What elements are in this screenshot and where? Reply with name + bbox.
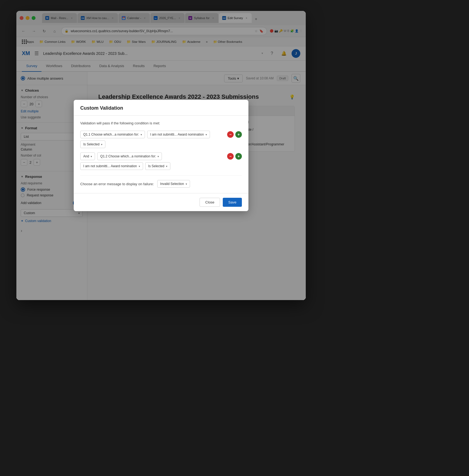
condition1-q-chevron-icon: ▾ xyxy=(141,133,142,136)
condition2-question-value: Q1.2 Choose which...a nomination for: xyxy=(100,154,156,158)
condition1-operator-select[interactable]: Is Selected ▾ xyxy=(80,140,105,148)
modal-header: Custom Validation xyxy=(74,100,248,116)
condition1-value-text: I am not submitti... Award nomination xyxy=(150,133,204,136)
modal-footer: Close Save xyxy=(74,193,248,211)
validation-description: Validation will pass if the following co… xyxy=(80,121,242,125)
error-msg-chevron-icon: ▾ xyxy=(186,182,187,185)
condition2-remove-button[interactable]: − xyxy=(227,153,234,160)
condition2-question-select[interactable]: Q1.2 Choose which...a nomination for: ▾ xyxy=(97,152,162,160)
condition2-value-select[interactable]: I am not submitti... Award nomination ▾ xyxy=(80,162,143,170)
condition1-v-chevron-icon: ▾ xyxy=(206,133,207,136)
condition2-operator-select[interactable]: Is Selected ▾ xyxy=(145,162,170,170)
condition1-remove-button[interactable]: − xyxy=(227,131,234,138)
and-connector-select[interactable]: And ▾ xyxy=(80,152,95,160)
condition1-question-value: Q1.1 Choose which...a nomination for: xyxy=(83,133,139,136)
close-button[interactable]: Close xyxy=(200,198,220,207)
condition2-add-button[interactable]: + xyxy=(235,153,242,160)
condition2-op-chevron-icon: ▾ xyxy=(166,165,167,168)
condition1-question-select[interactable]: Q1.1 Choose which...a nomination for: ▾ xyxy=(80,131,145,138)
modal-title: Custom Validation xyxy=(80,105,242,111)
error-message-row: Choose an error message to display on fa… xyxy=(80,175,242,188)
condition2-v-chevron-icon: ▾ xyxy=(139,165,140,168)
condition2-value-text: I am not submitti... Award nomination xyxy=(83,164,137,168)
save-button[interactable]: Save xyxy=(223,198,242,207)
condition1-operator-row: Is Selected ▾ xyxy=(80,140,242,148)
condition-row-2: And ▾ Q1.2 Choose which...a nomination f… xyxy=(80,152,242,170)
browser-window: M Mail - Reev... × XM XM How to cau... ×… xyxy=(16,11,306,300)
condition-row-1: Q1.1 Choose which...a nomination for: ▾ … xyxy=(80,131,242,148)
condition1-main-row: Q1.1 Choose which...a nomination for: ▾ … xyxy=(80,131,242,138)
condition1-value-select[interactable]: I am not submitti... Award nomination ▾ xyxy=(147,131,210,138)
condition1-actions: − + xyxy=(227,131,242,138)
and-chevron-icon: ▾ xyxy=(91,155,92,158)
condition1-operator-value: Is Selected xyxy=(83,142,99,146)
condition2-bottom-row: I am not submitti... Award nomination ▾ … xyxy=(80,162,242,170)
error-message-value: Invalid Selection xyxy=(160,182,184,186)
condition2-operator-value: Is Selected xyxy=(148,164,164,168)
condition2-q-chevron-icon: ▾ xyxy=(158,155,159,158)
and-connector-row: And ▾ Q1.2 Choose which...a nomination f… xyxy=(80,152,242,160)
modal-overlay: Custom Validation Validation will pass i… xyxy=(16,11,306,300)
and-connector-value: And xyxy=(83,154,89,158)
condition1-add-button[interactable]: + xyxy=(235,131,242,138)
custom-validation-modal: Custom Validation Validation will pass i… xyxy=(74,100,248,211)
condition1-op-chevron-icon: ▾ xyxy=(101,143,102,146)
error-message-label: Choose an error message to display on fa… xyxy=(80,182,154,186)
error-message-select[interactable]: Invalid Selection ▾ xyxy=(157,180,190,188)
modal-body: Validation will pass if the following co… xyxy=(74,116,248,193)
condition2-actions: − + xyxy=(227,153,242,160)
